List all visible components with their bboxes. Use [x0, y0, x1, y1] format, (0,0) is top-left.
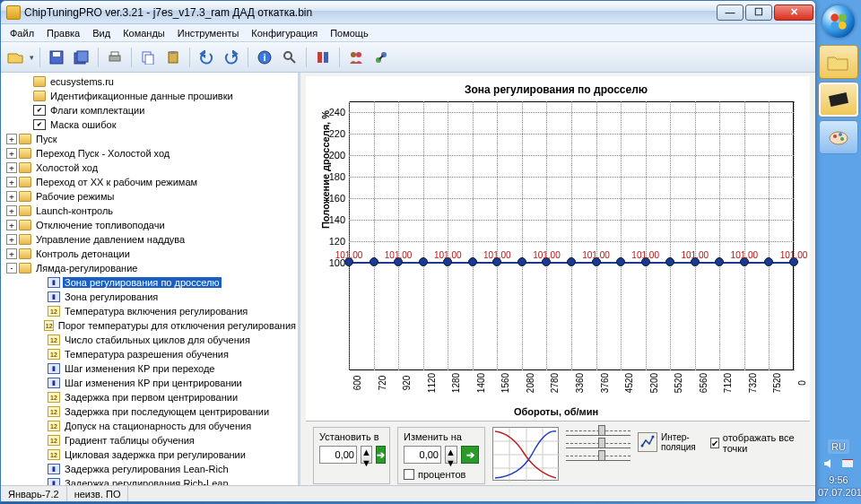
menu-Конфигурация[interactable]: Конфигурация	[246, 26, 323, 40]
folder-icon	[19, 177, 31, 187]
save-button[interactable]	[46, 47, 67, 68]
expand-toggle[interactable]: +	[6, 148, 17, 159]
expand-toggle[interactable]: -	[6, 263, 17, 274]
tool1-button[interactable]	[312, 47, 334, 68]
expand-toggle[interactable]: +	[6, 177, 17, 187]
print-button[interactable]	[104, 47, 126, 68]
menu-Файл[interactable]: Файл	[4, 26, 39, 40]
data-point[interactable]	[764, 257, 773, 266]
tree-item[interactable]: ▮Задержка регулирования Lean-Rich	[3, 462, 298, 476]
connection-button[interactable]	[370, 47, 392, 68]
tree-item[interactable]: +Рабочие режимы	[3, 189, 298, 204]
tree-item[interactable]: 12Цикловая задержка при регулировании	[3, 448, 298, 462]
expand-toggle[interactable]: +	[6, 205, 17, 216]
tree-item[interactable]: +Контроль детонации	[3, 247, 298, 261]
copy-button[interactable]	[137, 47, 159, 68]
slider-1[interactable]	[566, 429, 631, 436]
titlebar[interactable]: ChipTuningPRO ver.3.21 - j7es_v17.3_ram …	[1, 1, 815, 24]
tree-item[interactable]: ▮Задержка регулирования Rich-Lean	[3, 476, 298, 485]
flag-icon[interactable]	[841, 457, 854, 470]
expand-toggle[interactable]: +	[6, 134, 17, 144]
save-all-button[interactable]	[71, 47, 92, 68]
menu-Вид[interactable]: Вид	[87, 26, 116, 40]
change-apply-button[interactable]: ➔	[461, 446, 479, 464]
open-button[interactable]	[4, 47, 26, 68]
lang-indicator[interactable]: RU	[828, 439, 849, 454]
interp-button[interactable]: Интер-поляция	[638, 432, 696, 452]
paste-button[interactable]	[162, 47, 184, 68]
data-point[interactable]	[715, 257, 724, 266]
change-spin[interactable]: ▲▼	[445, 446, 457, 464]
volume-icon[interactable]	[823, 457, 836, 470]
set-value-input[interactable]	[319, 446, 357, 464]
set-apply-button[interactable]: ➔	[376, 446, 386, 464]
tree-item[interactable]: 12Число стабильных циклов для обучения	[3, 333, 298, 347]
menu-Правка[interactable]: Правка	[41, 26, 85, 40]
tree-item[interactable]: 12Температура включения регулирования	[3, 304, 298, 318]
expand-toggle[interactable]: +	[6, 191, 17, 202]
data-point[interactable]	[517, 257, 526, 266]
tree-item[interactable]: 12Градиент таблицы обучения	[3, 433, 298, 448]
slider-3[interactable]	[566, 454, 631, 461]
rail-paint[interactable]	[819, 120, 858, 154]
tree-item[interactable]: +Launch-контроль	[3, 204, 298, 218]
tree-label: Launch-контроль	[34, 205, 115, 216]
rail-app[interactable]	[819, 83, 858, 117]
tree-item[interactable]: -Лямда-регулирование	[3, 261, 298, 275]
start-button[interactable]	[822, 5, 855, 38]
tree-item[interactable]: 12Температура разрешения обучения	[3, 347, 298, 361]
expand-toggle[interactable]: +	[6, 234, 17, 245]
tree-pane[interactable]: ecusystems.ruИдентификационные данные пр…	[1, 73, 300, 485]
tree-item[interactable]: ▮Зона регулирования	[3, 290, 298, 304]
tree-item[interactable]: Идентификационные данные прошивки	[3, 89, 298, 103]
tree-item[interactable]: 12Допуск на стационарность для обучения	[3, 419, 298, 433]
data-point[interactable]	[419, 257, 428, 266]
search-icon[interactable]	[279, 47, 300, 68]
tree-item[interactable]: 12Задержка при последующем центрировании	[3, 404, 298, 419]
plot-area[interactable]: 1001201401601802002202406007209201120128…	[349, 101, 794, 370]
tree-item[interactable]: 12Порог температуры для отключения регул…	[3, 318, 298, 333]
show-all-checkbox[interactable]: ✔	[710, 438, 719, 448]
tree-item[interactable]: +Переход от ХХ к рабочим режимам	[3, 175, 298, 189]
data-point[interactable]	[665, 257, 674, 266]
data-point[interactable]	[468, 257, 477, 266]
rail-explorer[interactable]	[819, 45, 858, 79]
data-point[interactable]	[370, 257, 378, 266]
undo-button[interactable]	[196, 47, 217, 68]
system-tray[interactable]: RU 9:56 07.07.2013	[818, 439, 859, 499]
tree-item[interactable]: ▮Шаг изменения КР при центрировании	[3, 376, 298, 390]
slider-2[interactable]	[566, 441, 631, 448]
info-button[interactable]: i	[254, 47, 275, 68]
tree-item[interactable]: +Переход Пуск - Холостой ход	[3, 146, 298, 161]
tree-item[interactable]: ✔Маска ошибок	[3, 117, 298, 132]
tree-item[interactable]: ▮Зона регулирования по дросселю	[3, 275, 298, 290]
data-point[interactable]	[567, 257, 576, 266]
clock-date[interactable]: 07.07.2013	[818, 486, 859, 499]
menu-Помощь[interactable]: Помощь	[325, 26, 374, 40]
minimize-button[interactable]: —	[717, 4, 744, 21]
tree-item[interactable]: +Управление давлением наддува	[3, 232, 298, 247]
redo-button[interactable]	[221, 47, 242, 68]
close-button[interactable]: ✕	[774, 4, 813, 21]
tree-item[interactable]: 12Задержка при первом центрировании	[3, 390, 298, 404]
menu-Инструменты[interactable]: Инструменты	[172, 26, 245, 40]
tree-item[interactable]: ✔Флаги комплектации	[3, 103, 298, 117]
expand-toggle[interactable]: +	[6, 162, 17, 173]
tree-label: Зона регулирования по дросселю	[63, 277, 222, 288]
tree-item[interactable]: ▮Шаг изменения КР при переходе	[3, 361, 298, 376]
maximize-button[interactable]: ☐	[745, 4, 772, 21]
tree-item[interactable]: ecusystems.ru	[3, 74, 298, 89]
percent-checkbox[interactable]	[404, 469, 414, 480]
window-title: ChipTuningPRO ver.3.21 - j7es_v17.3_ram …	[24, 6, 715, 19]
change-value-input[interactable]	[404, 446, 441, 464]
set-spin[interactable]: ▲▼	[361, 446, 372, 464]
expand-toggle[interactable]: +	[6, 220, 17, 230]
expand-toggle[interactable]: +	[6, 248, 17, 259]
users-button[interactable]	[345, 47, 367, 68]
tree-item[interactable]: +Холостой ход	[3, 161, 298, 175]
tree-item[interactable]: +Отключение топливоподачи	[3, 218, 298, 232]
menu-Команды[interactable]: Команды	[117, 26, 170, 40]
clock-time[interactable]: 9:56	[818, 474, 859, 486]
data-point[interactable]	[616, 257, 625, 266]
tree-item[interactable]: +Пуск	[3, 132, 298, 146]
